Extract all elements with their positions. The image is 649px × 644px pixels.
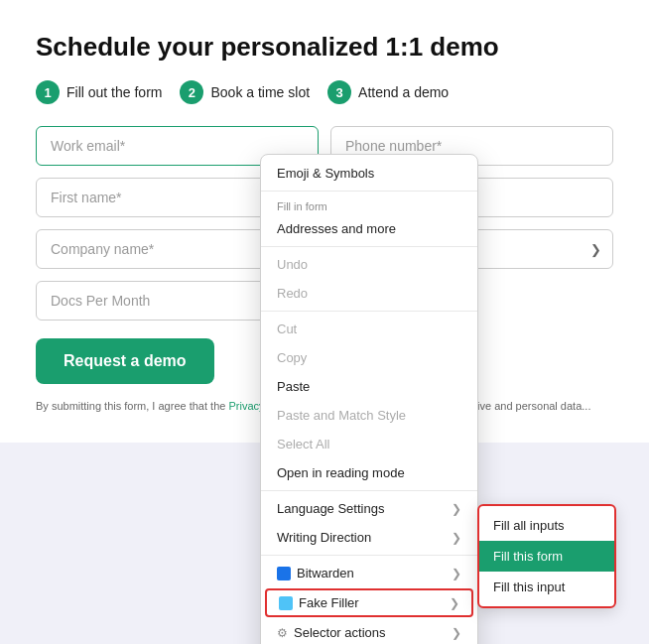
bitwarden-arrow-icon: ❯ [452,567,461,580]
bitwarden-icon [277,567,291,580]
step-2-label: Book a time slot [210,84,310,100]
fill-all-inputs-item[interactable]: Fill all inputs [479,510,614,541]
step-1-label: Fill out the form [66,84,162,100]
cm-sep-1 [261,246,477,247]
writing-arrow-icon: ❯ [452,531,461,545]
page-title: Schedule your personalized 1:1 demo [36,32,613,63]
cm-select-all: Select All [261,430,477,458]
cm-writing[interactable]: Writing Direction ❯ [261,523,477,552]
cm-paste-match: Paste and Match Style [261,401,477,430]
docs-per-month-input[interactable] [36,281,294,321]
context-menu: Emoji & Symbols Fill in form Addresses a… [260,154,478,644]
step-3-label: Attend a demo [358,84,449,100]
step-1: 1 Fill out the form [36,80,162,104]
cm-cut: Cut [261,315,477,343]
cm-selector-actions[interactable]: ⚙ Selector actions ❯ [261,618,477,644]
fill-this-form-item[interactable]: Fill this form [479,541,614,572]
cm-undo: Undo [261,250,477,279]
fake-filler-submenu: Fill all inputs Fill this form Fill this… [477,504,616,608]
page-background: Schedule your personalized 1:1 demo 1 Fi… [0,0,649,644]
selector-actions-icon: ⚙ [277,626,288,640]
cm-reading-mode[interactable]: Open in reading mode [261,458,477,487]
request-demo-button[interactable]: Request a demo [36,338,214,384]
cm-fake-filler[interactable]: Fake Filler ❯ [267,590,471,615]
cm-sep-3 [261,490,477,491]
cm-language[interactable]: Language Settings ❯ [261,494,477,523]
fake-filler-arrow-icon: ❯ [450,596,459,610]
selector-arrow-icon: ❯ [452,626,461,640]
cm-fake-filler-row: Fake Filler ❯ [265,588,473,617]
step-3-circle: 3 [327,80,351,104]
cm-sep-2 [261,311,477,312]
cm-sep-0 [261,191,477,192]
cm-fill-in-form-label: Fill in form [261,194,477,214]
step-1-circle: 1 [36,80,60,104]
cm-copy: Copy [261,343,477,372]
step-2: 2 Book a time slot [180,80,310,104]
fill-this-input-item[interactable]: Fill this input [479,572,614,602]
cm-bitwarden[interactable]: Bitwarden ❯ [261,559,477,587]
cm-paste[interactable]: Paste [261,372,477,401]
cm-emoji-symbols[interactable]: Emoji & Symbols [261,159,477,188]
fake-filler-icon [279,596,293,610]
cm-addresses[interactable]: Addresses and more [261,214,477,243]
step-3: 3 Attend a demo [327,80,449,104]
language-arrow-icon: ❯ [452,502,461,516]
step-2-circle: 2 [180,80,203,104]
steps-row: 1 Fill out the form 2 Book a time slot 3… [36,80,613,104]
cm-redo: Redo [261,279,477,308]
cm-sep-4 [261,555,477,556]
